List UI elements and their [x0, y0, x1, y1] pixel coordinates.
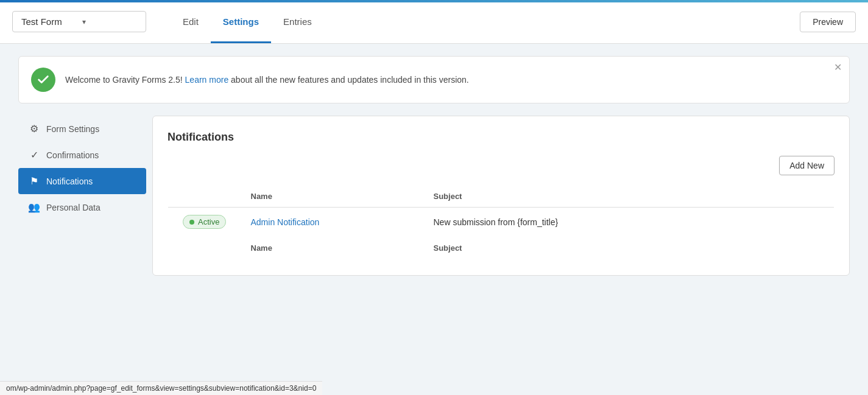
users-icon: 👥	[28, 201, 40, 213]
sidebar-label-notifications: Notifications	[46, 177, 93, 186]
subject-cell: New submission from {form_title}	[424, 208, 834, 237]
notifications-table: Name Subject Active Admin Notifi	[168, 185, 834, 260]
check-circle-icon: ✓	[28, 149, 40, 161]
table-footer-row: Name Subject	[168, 236, 834, 260]
learn-more-link[interactable]: Learn more	[185, 75, 229, 85]
url-bar: om/wp-admin/admin.php?page=gf_edit_forms…	[0, 381, 322, 395]
notification-link[interactable]: Admin Notification	[251, 217, 320, 227]
tab-entries[interactable]: Entries	[271, 0, 324, 43]
sidebar-label-form-settings: Form Settings	[46, 124, 99, 134]
main-content: Welcome to Gravity Forms 2.5! Learn more…	[0, 44, 868, 288]
top-bar: Test Form ▾ Edit Settings Entries Previe…	[0, 0, 868, 44]
status-badge: Active	[183, 215, 226, 229]
status-dot	[189, 220, 194, 225]
content-layout: ⚙ Form Settings ✓ Confirmations ⚑ Notifi…	[18, 116, 850, 276]
sidebar: ⚙ Form Settings ✓ Confirmations ⚑ Notifi…	[18, 116, 152, 276]
sidebar-label-personal-data: Personal Data	[46, 203, 101, 212]
flag-icon: ⚑	[28, 175, 40, 187]
nav-tabs: Edit Settings Entries	[171, 0, 324, 43]
table-header-row: Name Subject	[168, 186, 834, 208]
form-title: Test Form	[21, 16, 76, 27]
preview-button[interactable]: Preview	[800, 12, 856, 32]
footer-status-cell	[168, 236, 241, 260]
chevron-down-icon: ▾	[82, 18, 137, 26]
sidebar-item-personal-data[interactable]: 👥 Personal Data	[18, 194, 146, 220]
form-selector[interactable]: Test Form ▾	[12, 11, 146, 32]
add-new-button[interactable]: Add New	[779, 156, 834, 175]
notifications-panel: Notifications Add New Name Subject	[152, 116, 850, 276]
name-cell: Admin Notification	[241, 208, 424, 237]
sidebar-item-notifications[interactable]: ⚑ Notifications	[18, 168, 146, 194]
banner-text: Welcome to Gravity Forms 2.5! Learn more…	[65, 75, 469, 85]
status-label: Active	[198, 217, 219, 226]
gear-icon: ⚙	[28, 123, 40, 135]
footer-subject-cell: Subject	[424, 236, 834, 260]
tab-edit[interactable]: Edit	[171, 0, 211, 43]
panel-title: Notifications	[168, 131, 834, 144]
column-header-name: Name	[241, 186, 424, 208]
banner-close-button[interactable]: ✕	[834, 63, 842, 72]
top-bar-accent	[0, 0, 868, 2]
sidebar-label-confirmations: Confirmations	[46, 150, 99, 160]
tab-settings[interactable]: Settings	[211, 0, 271, 43]
footer-name-cell: Name	[241, 236, 424, 260]
sidebar-item-form-settings[interactable]: ⚙ Form Settings	[18, 116, 146, 142]
welcome-banner: Welcome to Gravity Forms 2.5! Learn more…	[18, 56, 850, 103]
status-cell: Active	[168, 208, 241, 237]
column-header-status	[168, 186, 241, 208]
sidebar-item-confirmations[interactable]: ✓ Confirmations	[18, 142, 146, 168]
table-row: Active Admin Notification New submission…	[168, 208, 834, 237]
column-header-subject: Subject	[424, 186, 834, 208]
success-icon	[31, 68, 55, 92]
